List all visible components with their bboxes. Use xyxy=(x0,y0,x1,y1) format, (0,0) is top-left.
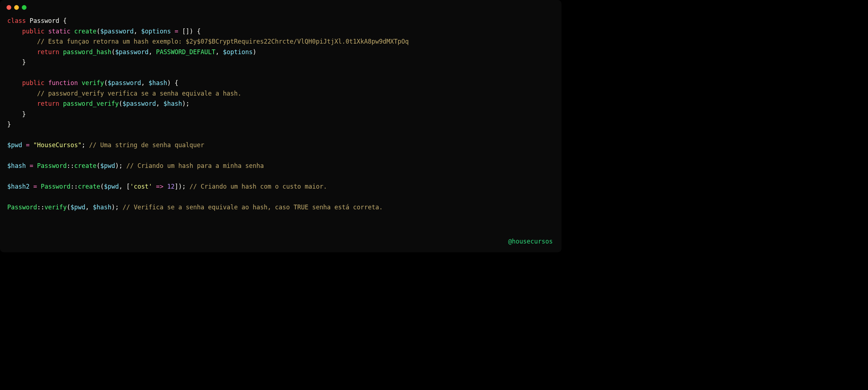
comment-verify-call: // Verifica se a senha equivale ao hash,… xyxy=(122,204,382,211)
comment-verify: // password_verify verifica se a senha e… xyxy=(37,90,242,97)
comma: , xyxy=(134,28,137,35)
class-ref-password: Password xyxy=(7,204,37,211)
keyword-static: static xyxy=(48,28,70,35)
scope-op: :: xyxy=(67,162,74,169)
fn-password-hash: password_hash xyxy=(63,48,111,56)
class-name: Password xyxy=(29,17,59,24)
close-icon[interactable] xyxy=(7,5,11,10)
keyword-return: return xyxy=(37,48,59,56)
window-titlebar xyxy=(0,0,561,13)
paren-open: ( xyxy=(67,204,70,211)
comment-pwd: // Uma string de senha qualquer xyxy=(89,141,204,149)
arg-hash: $hash xyxy=(163,100,182,107)
comment-hash-example: // Esta funçao retorna um hash exemplo: … xyxy=(37,38,409,45)
bracket-close: ] xyxy=(186,28,189,35)
bracket-open: [ xyxy=(126,183,130,190)
var-pwd: $pwd xyxy=(7,141,22,149)
assign-op: = xyxy=(175,28,178,35)
call-verify: verify xyxy=(44,204,66,211)
semicolon: ; xyxy=(119,162,122,169)
keyword-class: class xyxy=(7,17,26,24)
class-ref-password: Password xyxy=(41,183,70,190)
brace-close: } xyxy=(7,121,11,128)
var-hash2: $hash2 xyxy=(7,183,29,190)
paren-open: ( xyxy=(119,100,122,107)
arrow-op: => xyxy=(156,183,163,190)
class-ref-password: Password xyxy=(37,162,67,169)
paren-open: ( xyxy=(97,162,100,169)
arg-password: $password xyxy=(122,100,156,107)
paren-close: ) xyxy=(182,100,186,107)
scope-op: :: xyxy=(37,204,44,211)
call-create: create xyxy=(74,162,96,169)
number-12: 12 xyxy=(167,183,174,190)
keyword-public: public xyxy=(22,79,44,87)
string-cost: 'cost' xyxy=(130,183,152,190)
arg-pwd: $pwd xyxy=(70,204,85,211)
bracket-close: ] xyxy=(175,183,178,190)
assign-op: = xyxy=(29,162,33,169)
keyword-function: function xyxy=(48,79,78,87)
param-hash: $hash xyxy=(149,79,167,87)
paren-close: ) xyxy=(111,204,115,211)
bracket-open: [ xyxy=(182,28,186,35)
brace-open: { xyxy=(175,79,178,87)
arg-pwd: $pwd xyxy=(104,183,119,190)
paren-close: ) xyxy=(167,79,171,87)
keyword-public: public xyxy=(22,28,44,35)
const-password-default: PASSWORD_DEFAULT xyxy=(156,48,216,56)
scope-op: :: xyxy=(70,183,78,190)
string-housecursos: "HouseCursos" xyxy=(33,141,82,149)
paren-open: ( xyxy=(104,79,108,87)
paren-close: ) xyxy=(115,162,119,169)
keyword-return: return xyxy=(37,100,59,107)
method-create: create xyxy=(74,28,96,35)
param-password: $password xyxy=(100,28,134,35)
semicolon: ; xyxy=(115,204,119,211)
comment-create-hash-cost: // Criando um hash com o custo maior. xyxy=(190,183,327,190)
arg-password: $password xyxy=(115,48,149,56)
minimize-icon[interactable] xyxy=(14,5,19,10)
paren-open: ( xyxy=(100,183,104,190)
code-window: class Password { public static create($p… xyxy=(0,0,561,252)
paren-close: ) xyxy=(253,48,256,56)
fn-password-verify: password_verify xyxy=(63,100,119,107)
paren-open: ( xyxy=(111,48,115,56)
arg-pwd: $pwd xyxy=(100,162,115,169)
assign-op: = xyxy=(33,183,37,190)
arg-options: $options xyxy=(223,48,253,56)
brace-close: } xyxy=(22,110,26,118)
comma: , xyxy=(119,183,122,190)
brace-close: } xyxy=(22,59,26,66)
brace-open: { xyxy=(63,17,67,24)
var-hash: $hash xyxy=(7,162,26,169)
param-options: $options xyxy=(141,28,171,35)
param-password: $password xyxy=(108,79,141,87)
comment-create-hash: // Criando um hash para a minha senha xyxy=(126,162,264,169)
comma: , xyxy=(215,48,219,56)
semicolon: ; xyxy=(182,183,186,190)
comma: , xyxy=(156,100,159,107)
comma: , xyxy=(85,204,89,211)
assign-op: = xyxy=(26,141,29,149)
paren-close: ) xyxy=(178,183,182,190)
comma: , xyxy=(141,79,145,87)
brace-open: { xyxy=(197,28,200,35)
method-verify: verify xyxy=(82,79,104,87)
watermark: @housecursos xyxy=(508,236,553,247)
code-block: class Password { public static create($p… xyxy=(0,13,561,220)
comma: , xyxy=(149,48,152,56)
paren-open: ( xyxy=(97,28,100,35)
paren-close: ) xyxy=(190,28,193,35)
call-create: create xyxy=(78,183,100,190)
semicolon: ; xyxy=(82,141,85,149)
arg-hash: $hash xyxy=(93,204,111,211)
semicolon: ; xyxy=(186,100,189,107)
maximize-icon[interactable] xyxy=(22,5,27,10)
